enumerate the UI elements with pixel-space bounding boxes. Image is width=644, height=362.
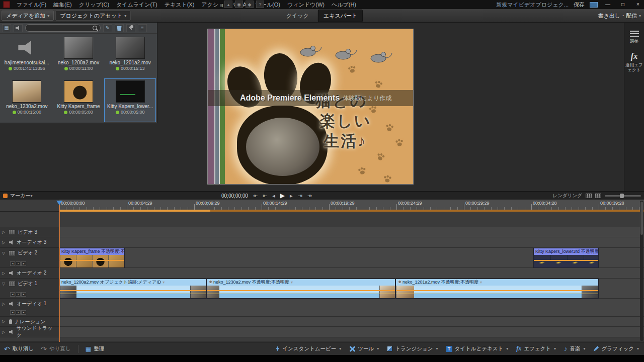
- track-content-narration[interactable]: [59, 317, 644, 327]
- search-input[interactable]: [29, 25, 92, 31]
- menu-clip[interactable]: クリップ(C): [75, 0, 113, 9]
- track-header-audio2[interactable]: ▷ オーディオ 2: [0, 268, 59, 279]
- toggle-box-icon[interactable]: ▪: [16, 292, 21, 297]
- music-button[interactable]: ♪ 音楽 ▾: [564, 345, 586, 352]
- track-content-audio3[interactable]: [59, 237, 644, 248]
- time-ruler[interactable]: 00;00;00;00 00;00;04;29 00;00;09;29 00;0…: [59, 200, 644, 210]
- next-marker-button[interactable]: ↠: [307, 192, 312, 200]
- opacity-rubber-band[interactable]: [60, 260, 124, 261]
- track-content-video2[interactable]: Kitty Kapers_frame 不透明度:不透明度 ▾ Kitty Kap…: [59, 248, 644, 268]
- menu-file[interactable]: ファイル(F): [13, 0, 50, 9]
- disclosure-icon[interactable]: ▷: [2, 319, 7, 324]
- toggle-left-icon[interactable]: ◂: [10, 292, 15, 297]
- undo-button[interactable]: ↶ 取り消し: [4, 345, 34, 353]
- work-area-bar[interactable]: [59, 210, 644, 212]
- redo-button[interactable]: ↷ やり直し: [41, 345, 70, 353]
- track-content-audio1[interactable]: [59, 299, 644, 317]
- instant-movie-button[interactable]: インスタントムービー ▾: [275, 345, 341, 352]
- clip-neko1200[interactable]: neko_1200a2.mov オブジェクト追跡:メディアID ▾: [59, 279, 206, 299]
- effects-button[interactable]: fx エフェクト ▾: [516, 345, 556, 352]
- disclosure-icon[interactable]: ▽: [2, 282, 7, 286]
- transitions-button[interactable]: トランジション ▾: [387, 345, 438, 352]
- track-content-audio2[interactable]: [59, 268, 644, 279]
- track-header-audio3[interactable]: ▷ オーディオ 3: [0, 237, 59, 248]
- tools-button[interactable]: ツール ▾: [349, 345, 379, 352]
- save-button[interactable]: 保存: [574, 1, 585, 9]
- track-header-audio1[interactable]: ▷ オーディオ 1 ◂ ▪ ▸: [0, 299, 59, 317]
- track-content-video3[interactable]: [59, 227, 644, 237]
- timeline-scrollbar[interactable]: [640, 201, 643, 341]
- film-icon[interactable]: [586, 194, 592, 198]
- app-logo-icon[interactable]: [3, 1, 10, 8]
- toggle-left-icon[interactable]: ◂: [10, 261, 15, 266]
- project-assets-button[interactable]: プロジェクトのアセット ▾: [55, 11, 131, 21]
- marker-button[interactable]: マーカー: [10, 192, 30, 199]
- device-icon-2[interactable]: ◉: [235, 1, 243, 8]
- track-content-video1[interactable]: neko_1200a2.mov オブジェクト追跡:メディアID ▾ neko_1…: [59, 279, 644, 299]
- clip-kitty-frame[interactable]: Kitty Kapers_frame 不透明度:不透明度 ▾: [59, 248, 125, 268]
- playhead-handle[interactable]: [56, 201, 62, 208]
- graphics-button[interactable]: グラフィック ▾: [594, 345, 639, 352]
- disclosure-icon[interactable]: ▷: [2, 240, 7, 245]
- zoom-slider-handle[interactable]: [620, 194, 624, 198]
- play-button[interactable]: ▶: [280, 192, 285, 200]
- opacity-rubber-band[interactable]: [396, 290, 598, 291]
- clip-neko1201[interactable]: neko_1201a2.mov 不透明度:不透明度 ▾: [395, 279, 599, 299]
- asset-item-neko1200[interactable]: neko_1200a2.mov 00:00:11:00: [53, 35, 105, 78]
- device-icon-3[interactable]: ◆: [246, 1, 254, 8]
- audio-preview-icon[interactable]: [14, 24, 23, 32]
- scrollbar-thumb[interactable]: [640, 202, 643, 235]
- trash-icon[interactable]: [115, 24, 124, 32]
- asset-item-kitty-lower[interactable]: Kitty Kapers_lower... 00:00:05:00: [104, 78, 156, 122]
- go-start-button[interactable]: ⇤: [263, 192, 267, 200]
- asset-item-neko1201[interactable]: neko_1201a2.mov 00:00:15:13: [104, 35, 156, 78]
- toggle-box-icon[interactable]: ▪: [16, 261, 21, 266]
- disclosure-icon[interactable]: ▷: [2, 330, 7, 334]
- device-icon-1[interactable]: ▴: [224, 1, 232, 8]
- track-content-soundtrack[interactable]: [59, 327, 644, 337]
- menu-text[interactable]: テキスト(X): [161, 0, 198, 9]
- opacity-rubber-band[interactable]: [534, 260, 598, 261]
- titles-text-button[interactable]: T タイトルとテキスト ▾: [446, 345, 509, 352]
- panel-menu-icon[interactable]: ≡: [138, 24, 147, 32]
- display-icon[interactable]: [590, 2, 598, 8]
- go-end-button[interactable]: ⇥: [298, 192, 302, 200]
- organize-button[interactable]: ▦ 整理: [86, 345, 104, 352]
- clip-kitty-lower3rd[interactable]: Kitty Kapers_lower3rd 不透明度:不透明度 ▾: [533, 248, 599, 268]
- disclosure-icon[interactable]: ▽: [2, 251, 7, 255]
- close-button[interactable]: ×: [633, 0, 643, 9]
- asset-item-neko1230[interactable]: neko_1230a2.mov 00:00:15:00: [1, 78, 53, 122]
- asset-item-kitty-frame[interactable]: Kitty Kapers_frame 00:00:05:00: [53, 78, 105, 122]
- minimize-button[interactable]: —: [603, 0, 613, 9]
- toggle-right-icon[interactable]: ▸: [21, 310, 26, 315]
- add-media-button[interactable]: メディアを追加 ▾: [2, 11, 54, 21]
- menu-help[interactable]: ヘルプ(H): [328, 0, 360, 9]
- clip-neko1230[interactable]: neko_1230a2.mov 不透明度:不透明度 ▾: [206, 279, 395, 299]
- menu-edit[interactable]: 編集(E): [50, 0, 75, 9]
- camera-icon[interactable]: [595, 194, 601, 198]
- toggle-right-icon[interactable]: ▸: [21, 292, 26, 297]
- track-header-soundtrack[interactable]: ▷ サウンドトラック: [0, 327, 59, 337]
- track-header-video1[interactable]: ▽ ビデオ 1 ◂ ▪ ▸: [0, 279, 59, 299]
- track-header-video3[interactable]: ▷ ビデオ 3: [0, 227, 59, 237]
- edit-item-icon[interactable]: ✎: [103, 24, 112, 32]
- restore-button[interactable]: □: [618, 0, 628, 9]
- current-timecode[interactable]: 00;00;00;00: [221, 193, 248, 199]
- adjust-button[interactable]: 調整: [624, 31, 644, 44]
- toggle-box-icon[interactable]: ▪: [16, 310, 21, 315]
- toggle-left-icon[interactable]: ◂: [10, 310, 15, 315]
- prev-marker-button[interactable]: ↞: [253, 192, 258, 200]
- asset-item-audio[interactable]: hajimetenootsukai... 00:01:41:13356: [1, 35, 53, 78]
- menu-window[interactable]: ウィンドウ(W): [284, 0, 328, 9]
- disclosure-icon[interactable]: ▷: [2, 302, 7, 306]
- opacity-rubber-band[interactable]: [207, 290, 395, 291]
- opacity-rubber-band[interactable]: [60, 290, 206, 291]
- disclosure-icon[interactable]: ▷: [2, 271, 7, 276]
- menu-timeline[interactable]: タイムライン(T): [113, 0, 161, 9]
- help-icon[interactable]: ?: [256, 1, 264, 8]
- tab-expert[interactable]: エキスパート: [318, 10, 363, 22]
- disclosure-icon[interactable]: ▷: [2, 230, 7, 234]
- zoom-slider[interactable]: [605, 195, 641, 197]
- applied-effects-button[interactable]: fx 適用エフェクト: [624, 52, 644, 72]
- tab-quick[interactable]: クイック: [281, 10, 314, 22]
